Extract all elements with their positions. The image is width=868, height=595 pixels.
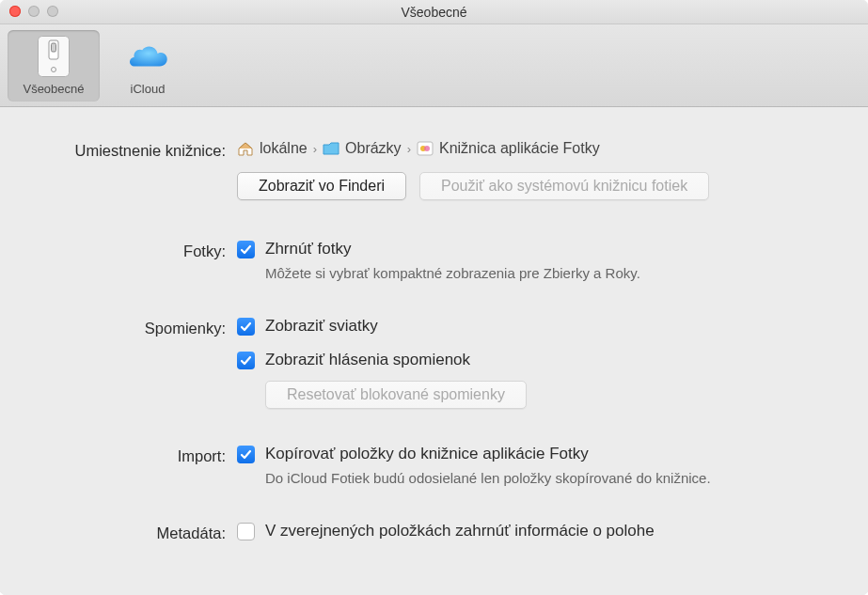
folder-icon	[323, 141, 339, 156]
include-location-checkbox[interactable]	[237, 523, 255, 540]
copy-items-description: Do iCloud Fotiek budú odosielané len pol…	[237, 470, 834, 486]
titlebar: Všeobecné	[0, 0, 868, 24]
zoom-window-button[interactable]	[47, 6, 58, 17]
metadata-label: Metadáta:	[34, 522, 237, 542]
close-window-button[interactable]	[9, 6, 21, 17]
summarize-photos-checkbox[interactable]	[237, 241, 255, 258]
preferences-window: Všeobecné Všeobecné	[0, 0, 868, 595]
icloud-icon	[125, 34, 170, 79]
toolbar-tab-icloud[interactable]: iCloud	[102, 30, 194, 102]
show-holidays-checkbox[interactable]	[237, 318, 255, 336]
photos-label: Fotky:	[34, 240, 237, 260]
content-area: Umiestnenie knižnice: lokálne › Obrázky …	[0, 107, 868, 572]
minimize-window-button[interactable]	[28, 6, 39, 17]
svg-rect-2	[52, 43, 56, 52]
breadcrumb-item[interactable]: Knižnica aplikácie Fotky	[439, 140, 600, 157]
show-holidays-label: Zobraziť sviatky	[265, 317, 378, 336]
copy-items-label: Kopírovať položky do knižnice aplikácie …	[265, 445, 589, 463]
summarize-photos-label: Zhrnúť fotky	[265, 240, 351, 258]
toolbar-tab-label: Všeobecné	[23, 82, 84, 96]
breadcrumb: lokálne › Obrázky › Knižnica aplikácie F…	[237, 139, 834, 157]
svg-point-6	[424, 146, 430, 151]
show-memory-notifications-checkbox[interactable]	[237, 352, 255, 369]
toolbar-tab-general[interactable]: Všeobecné	[8, 30, 100, 102]
toolbar-tab-label: iCloud	[131, 82, 166, 96]
general-icon	[31, 34, 76, 79]
home-icon	[237, 141, 254, 156]
copy-items-checkbox[interactable]	[237, 446, 255, 463]
toolbar: Všeobecné iCloud	[0, 24, 868, 107]
breadcrumb-item[interactable]: Obrázky	[345, 140, 402, 157]
show-in-finder-button[interactable]: Zobraziť vo Finderi	[237, 172, 406, 200]
include-location-label: V zverejnených položkách zahrnúť informá…	[265, 522, 655, 540]
summarize-photos-description: Môžete si vybrať kompaktné zobrazenia pr…	[237, 265, 834, 281]
use-as-system-library-button: Použiť ako systémovú knižnicu fotiek	[419, 172, 709, 200]
chevron-right-icon: ›	[407, 142, 411, 156]
library-location-label: Umiestnenie knižnice:	[34, 139, 237, 160]
traffic-lights	[9, 6, 58, 17]
show-memory-notifications-label: Zobraziť hlásenia spomienok	[265, 351, 470, 369]
import-label: Import:	[34, 445, 237, 465]
window-title: Všeobecné	[401, 5, 466, 20]
chevron-right-icon: ›	[313, 142, 317, 156]
photos-library-icon	[417, 141, 434, 156]
memories-label: Spomienky:	[34, 317, 237, 337]
reset-blocked-memories-button: Resetovať blokované spomienky	[265, 381, 527, 409]
breadcrumb-item[interactable]: lokálne	[260, 140, 308, 157]
